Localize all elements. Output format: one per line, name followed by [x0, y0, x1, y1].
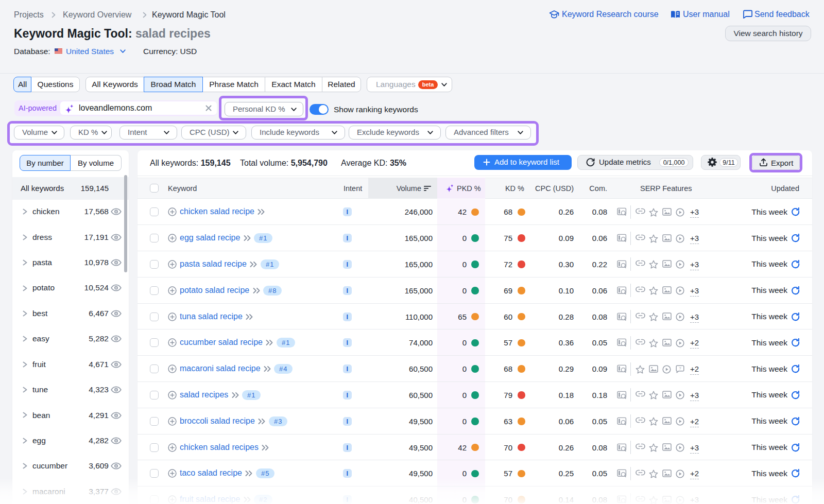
svg-text:?: ?	[679, 366, 681, 371]
